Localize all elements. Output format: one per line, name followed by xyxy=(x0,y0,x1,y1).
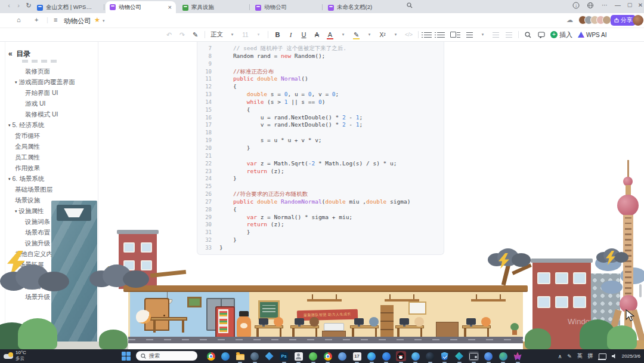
bold-button[interactable]: B xyxy=(274,30,281,39)
toc-item[interactable]: 装修模式 UI xyxy=(0,109,98,120)
taskbar-app-screen-recorder[interactable] xyxy=(469,351,479,361)
comment-icon[interactable] xyxy=(537,30,545,39)
outdent-button[interactable] xyxy=(492,30,500,39)
highlight-chevron-icon[interactable]: ▾ xyxy=(366,30,373,39)
toc-item[interactable]: 场景布置 xyxy=(0,227,98,238)
minimize-icon[interactable]: — xyxy=(613,2,623,8)
taskbar-app-chrome[interactable] xyxy=(206,351,216,361)
toc-item[interactable]: 开始界面 UI xyxy=(0,88,98,99)
restore-icon[interactable]: ▢ xyxy=(625,2,634,8)
taskbar-app-security-shield[interactable] xyxy=(439,351,450,361)
font-color-button[interactable]: A xyxy=(326,30,334,39)
highlight-button[interactable]: ✎ xyxy=(352,30,360,39)
paragraph-style-select[interactable]: 正文 xyxy=(210,30,223,39)
toc-item[interactable]: 货币循环 xyxy=(0,131,98,141)
globe-icon[interactable] xyxy=(586,2,595,10)
superscript-button[interactable]: X² xyxy=(379,30,386,39)
taskbar-app-search-ball-app[interactable] xyxy=(367,351,377,361)
strikethrough-button[interactable]: A xyxy=(313,30,321,39)
toc-item[interactable]: 游戏 UI xyxy=(0,99,98,109)
taskbar-app-compass-app[interactable] xyxy=(410,351,420,361)
superscript-chevron-icon[interactable]: ▾ xyxy=(392,30,400,39)
download-icon[interactable]: ↓ xyxy=(571,2,581,10)
toc-item[interactable]: 作用效果 xyxy=(0,163,98,174)
collapse-triangle-icon[interactable]: ▾ xyxy=(8,123,11,128)
toc-item[interactable]: 场景设施 xyxy=(0,195,98,206)
bullet-list-button[interactable] xyxy=(424,30,432,39)
pen-icon[interactable]: ✎ xyxy=(567,353,572,359)
browser-menu-icon[interactable]: ⋯ xyxy=(600,2,609,8)
collapse-triangle-icon[interactable]: ▾ xyxy=(15,80,17,85)
align-button[interactable] xyxy=(466,30,473,39)
collapse-triangle-icon[interactable]: ▾ xyxy=(15,263,17,267)
back-icon[interactable]: ‹ xyxy=(5,2,13,9)
code-block-button[interactable]: </> xyxy=(405,30,413,39)
doc-menu-icon[interactable]: ≡ xyxy=(54,16,57,23)
toc-item[interactable]: 员工属性 xyxy=(0,152,98,163)
toc-header[interactable]: « 目录 xyxy=(8,49,30,59)
toc-item[interactable]: 场景升级 xyxy=(0,292,98,303)
numbered-list-button[interactable] xyxy=(437,30,445,39)
title-chevron-icon[interactable]: ▾ xyxy=(103,19,105,23)
toc-item[interactable]: 设施词条 xyxy=(0,217,98,227)
network-icon[interactable] xyxy=(599,353,606,359)
taskbar-search[interactable]: 搜索 xyxy=(136,351,197,361)
size-chevron-icon[interactable]: ▾ xyxy=(255,30,262,39)
toc-item[interactable]: ▾5. 经济系统 xyxy=(0,120,98,131)
format-painter-icon[interactable]: ✎ xyxy=(191,30,199,39)
browser-tab[interactable]: 动物公司 xyxy=(251,2,321,13)
taskbar-app-edge[interactable] xyxy=(221,351,231,361)
toc-item[interactable]: ▾6. 场景系统 xyxy=(0,174,98,184)
toc-item[interactable]: ▾游戏画面内覆盖界面 xyxy=(0,77,98,88)
volume-icon[interactable] xyxy=(612,354,617,359)
taskbar-app-wechat[interactable] xyxy=(308,351,318,361)
toc-item[interactable]: 其他自定义内容 xyxy=(0,249,98,260)
tab-search-icon[interactable] xyxy=(405,2,414,10)
tab-close-icon[interactable]: × xyxy=(168,4,172,11)
taskbar-app-gem-app[interactable] xyxy=(264,351,274,361)
taskbar-app-file-explorer[interactable] xyxy=(235,351,245,361)
forward-icon[interactable]: › xyxy=(14,2,23,9)
taskbar-app-sphere-app[interactable] xyxy=(250,351,260,361)
taskbar-app-qq[interactable] xyxy=(396,351,406,361)
toc-item[interactable]: ▾设施属性 xyxy=(0,206,98,217)
home-icon[interactable]: ⌂ xyxy=(17,16,21,23)
favorite-star-icon[interactable]: ★ xyxy=(94,16,100,24)
taskbar-app-photos[interactable] xyxy=(484,351,494,361)
taskbar-app-trident-app[interactable] xyxy=(513,351,523,361)
user-avatar[interactable] xyxy=(633,15,643,26)
browser-tab[interactable]: 动物公司× xyxy=(106,1,176,13)
insert-button[interactable]: + 插入 xyxy=(550,30,572,39)
taskbar-app-contacts[interactable] xyxy=(293,351,304,361)
find-icon[interactable] xyxy=(524,30,532,39)
toc-item[interactable]: 基础场景图层 xyxy=(0,184,98,195)
toc-item[interactable]: ▾场景拓展 xyxy=(0,260,98,270)
toc-item[interactable]: 家具购买 xyxy=(0,270,98,281)
taskbar-app-calendar-app[interactable]: 17 xyxy=(352,351,362,361)
indent-button[interactable] xyxy=(505,30,513,39)
taskbar-app-palette-app[interactable] xyxy=(323,351,333,361)
font-size-select[interactable]: 11 xyxy=(242,30,249,39)
toc-item[interactable]: 设施升级 xyxy=(0,238,98,249)
browser-tab[interactable]: 金山文档 | WPS云文档 xyxy=(33,2,103,13)
refresh-icon[interactable]: ↻ xyxy=(24,2,33,10)
underline-button[interactable]: U xyxy=(300,30,308,39)
collapse-triangle-icon[interactable]: ▾ xyxy=(15,209,17,214)
toc-item[interactable]: 家具解锁 xyxy=(0,281,98,292)
font-color-chevron-icon[interactable]: ▾ xyxy=(339,30,347,39)
start-button[interactable] xyxy=(122,352,131,361)
tray-expand-icon[interactable]: ∧ xyxy=(558,353,562,359)
toc-item[interactable]: 全局属性 xyxy=(0,141,98,152)
new-tab-plus-icon[interactable]: + xyxy=(35,16,38,23)
browser-tab[interactable]: 家具设施 xyxy=(178,2,249,13)
style-chevron-icon[interactable]: ▾ xyxy=(228,30,236,39)
taskbar-app-globe-app[interactable] xyxy=(498,351,508,361)
taskbar-app-photoshop[interactable]: Ps xyxy=(279,351,289,361)
redo-icon[interactable]: ↷ xyxy=(178,30,186,39)
wps-ai-button[interactable]: WPS AI xyxy=(578,30,606,39)
taskbar-app-steam[interactable] xyxy=(425,351,435,361)
close-window-icon[interactable]: ✕ xyxy=(636,2,644,8)
scrollbar-thumb[interactable] xyxy=(639,284,642,297)
toc-item[interactable]: 装修页面 xyxy=(0,66,98,77)
align-chevron-icon[interactable]: ▾ xyxy=(479,30,487,39)
